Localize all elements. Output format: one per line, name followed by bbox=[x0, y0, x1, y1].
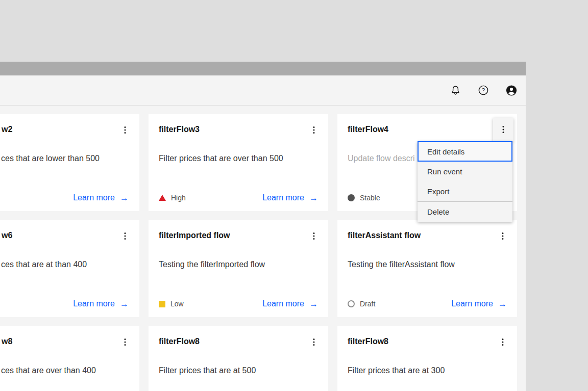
card-footer: High Learn more → bbox=[159, 192, 318, 204]
app-surface: ? w2 ces that are lower than 500 Learn m… bbox=[0, 75, 526, 391]
learn-more-label: Learn more bbox=[262, 193, 304, 202]
arrow-right-icon: → bbox=[309, 194, 318, 202]
kebab-icon bbox=[499, 231, 507, 241]
flow-card[interactable]: filterFlow8 Filter prices that are at 30… bbox=[337, 326, 517, 391]
card-description: Testing the filterAssistant flow bbox=[348, 259, 509, 270]
card-description: ces that are lower than 500 bbox=[1, 153, 131, 164]
learn-more-label: Learn more bbox=[73, 299, 115, 308]
status-badge: Stable bbox=[348, 194, 380, 202]
card-footer: Low Learn more → bbox=[159, 298, 318, 310]
status-label: Stable bbox=[360, 194, 380, 202]
card-description: ces that are at than 400 bbox=[1, 259, 131, 270]
bell-icon bbox=[450, 85, 461, 96]
kebab-icon bbox=[121, 231, 129, 241]
card-description: Filter prices that are at 500 bbox=[159, 366, 320, 376]
card-footer: Draft Learn more → bbox=[348, 298, 507, 310]
notifications-button[interactable] bbox=[450, 85, 461, 96]
help-icon: ? bbox=[478, 85, 489, 96]
card-title: filterFlow4 bbox=[348, 125, 388, 134]
kebab-icon bbox=[121, 125, 129, 135]
kebab-icon bbox=[310, 125, 318, 135]
status-label: Draft bbox=[360, 300, 375, 308]
overflow-context-menu: Edit details Run event Export Delete bbox=[418, 141, 512, 222]
overflow-menu-button[interactable] bbox=[306, 122, 322, 138]
card-title: filterFlow8 bbox=[348, 337, 388, 346]
flow-card[interactable]: filterFlow3 Filter prices that are over … bbox=[149, 114, 328, 211]
card-title: filterFlow8 bbox=[159, 337, 200, 346]
high-severity-icon bbox=[159, 195, 166, 201]
app-header: ? bbox=[0, 75, 526, 106]
flow-card[interactable]: filterFlow8 Filter prices that are at 50… bbox=[149, 326, 328, 391]
card-footer: Learn more → bbox=[1, 298, 129, 310]
overflow-menu-button[interactable] bbox=[117, 228, 133, 244]
overflow-menu-button-active[interactable] bbox=[493, 118, 513, 141]
kebab-icon bbox=[499, 125, 507, 134]
flow-card[interactable]: filterImported flow Testing the filterIm… bbox=[149, 220, 328, 317]
low-severity-icon bbox=[159, 301, 165, 307]
kebab-icon bbox=[310, 337, 318, 347]
learn-more-link[interactable]: Learn more → bbox=[451, 299, 507, 308]
stable-status-icon bbox=[348, 194, 355, 201]
learn-more-link[interactable]: Learn more → bbox=[262, 193, 318, 202]
card-title: filterAssistant flow bbox=[348, 231, 421, 240]
flow-card[interactable]: w6 ces that are at than 400 Learn more → bbox=[0, 220, 139, 317]
overflow-menu-button[interactable] bbox=[117, 334, 133, 350]
learn-more-link[interactable]: Learn more → bbox=[262, 299, 318, 308]
status-badge: Draft bbox=[348, 300, 375, 308]
learn-more-link[interactable]: Learn more → bbox=[73, 193, 129, 202]
status-label: High bbox=[171, 194, 186, 202]
card-title: w2 bbox=[2, 125, 12, 134]
menu-item-export[interactable]: Export bbox=[418, 181, 512, 201]
menu-item-delete[interactable]: Delete bbox=[418, 202, 512, 222]
user-avatar-icon bbox=[506, 85, 517, 96]
arrow-right-icon: → bbox=[120, 300, 129, 308]
status-badge: Low bbox=[159, 300, 184, 308]
overflow-menu-button[interactable] bbox=[306, 228, 322, 244]
card-title: filterFlow3 bbox=[159, 125, 200, 134]
help-button[interactable]: ? bbox=[478, 85, 489, 96]
arrow-right-icon: → bbox=[498, 300, 507, 308]
menu-item-run-event[interactable]: Run event bbox=[418, 162, 512, 181]
flow-card[interactable]: w2 ces that are lower than 500 Learn mor… bbox=[0, 114, 139, 211]
status-label: Low bbox=[170, 300, 184, 308]
window-title-bar bbox=[0, 62, 526, 75]
overflow-menu-button[interactable] bbox=[495, 334, 511, 350]
arrow-right-icon: → bbox=[309, 300, 318, 308]
card-description: Filter prices that are over than 500 bbox=[159, 153, 320, 164]
kebab-icon bbox=[121, 337, 129, 347]
overflow-menu-button[interactable] bbox=[306, 334, 322, 350]
card-description: Filter prices that are at 300 bbox=[348, 366, 509, 376]
learn-more-label: Learn more bbox=[73, 193, 115, 202]
card-title: w8 bbox=[2, 337, 12, 346]
arrow-right-icon: → bbox=[120, 194, 129, 202]
svg-text:?: ? bbox=[482, 87, 485, 93]
kebab-icon bbox=[310, 231, 318, 241]
overflow-menu-button[interactable] bbox=[495, 228, 511, 244]
flow-card[interactable]: filterAssistant flow Testing the filterA… bbox=[337, 220, 517, 317]
learn-more-label: Learn more bbox=[262, 299, 304, 308]
card-description: Testing the filterImported flow bbox=[159, 259, 320, 270]
status-badge: High bbox=[159, 194, 186, 202]
card-footer: Learn more → bbox=[1, 192, 129, 204]
kebab-icon bbox=[499, 337, 507, 347]
card-description: ces that are over than 400 bbox=[1, 366, 131, 376]
menu-item-edit-details[interactable]: Edit details bbox=[418, 141, 512, 162]
overflow-menu-button[interactable] bbox=[117, 122, 133, 138]
flow-card[interactable]: w8 ces that are over than 400 bbox=[0, 326, 139, 391]
learn-more-link[interactable]: Learn more → bbox=[73, 299, 129, 308]
learn-more-label: Learn more bbox=[451, 299, 493, 308]
card-title: w6 bbox=[2, 231, 12, 240]
draft-status-icon bbox=[348, 300, 355, 307]
card-title: filterImported flow bbox=[159, 231, 230, 240]
user-avatar-button[interactable] bbox=[506, 85, 517, 96]
